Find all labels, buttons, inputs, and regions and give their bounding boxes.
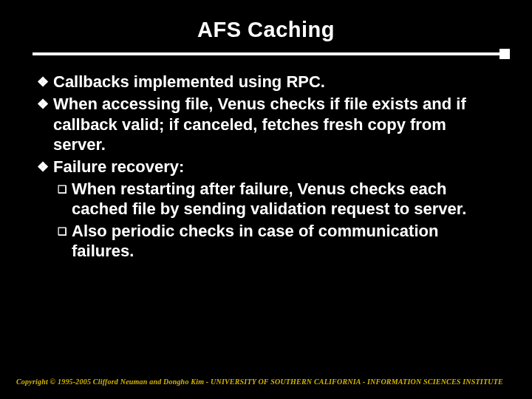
sub-bullet-text: When restarting after failure, Venus che… bbox=[72, 179, 495, 219]
diamond-bullet-icon: ❖ bbox=[37, 157, 49, 177]
bullet-item: ❖ Failure recovery: bbox=[37, 157, 495, 177]
square-bullet-icon: ❑ bbox=[58, 179, 67, 219]
copyright-footer: Copyright © 1995-2005 Clifford Neuman an… bbox=[16, 378, 503, 386]
title-rule bbox=[0, 52, 532, 55]
bullet-text: When accessing file, Venus checks if fil… bbox=[53, 94, 495, 155]
bullet-text: Failure recovery: bbox=[53, 157, 495, 177]
square-bullet-icon: ❑ bbox=[58, 221, 67, 262]
diamond-bullet-icon: ❖ bbox=[37, 94, 49, 155]
slide-title: AFS Caching bbox=[0, 0, 532, 52]
rule-endcap bbox=[499, 49, 510, 59]
sub-bullet-text: Also periodic checks in case of communic… bbox=[72, 221, 495, 262]
rule-line bbox=[33, 52, 499, 55]
sub-bullet-item: ❑ When restarting after failure, Venus c… bbox=[58, 179, 495, 219]
sub-bullet-item: ❑ Also periodic checks in case of commun… bbox=[58, 221, 495, 262]
bullet-text: Callbacks implemented using RPC. bbox=[53, 72, 495, 92]
content-area: ❖ Callbacks implemented using RPC. ❖ Whe… bbox=[0, 55, 532, 262]
bullet-item: ❖ When accessing file, Venus checks if f… bbox=[37, 94, 495, 155]
sub-list: ❑ When restarting after failure, Venus c… bbox=[37, 179, 495, 262]
diamond-bullet-icon: ❖ bbox=[37, 72, 49, 92]
bullet-item: ❖ Callbacks implemented using RPC. bbox=[37, 72, 495, 92]
slide: AFS Caching ❖ Callbacks implemented usin… bbox=[0, 0, 532, 399]
